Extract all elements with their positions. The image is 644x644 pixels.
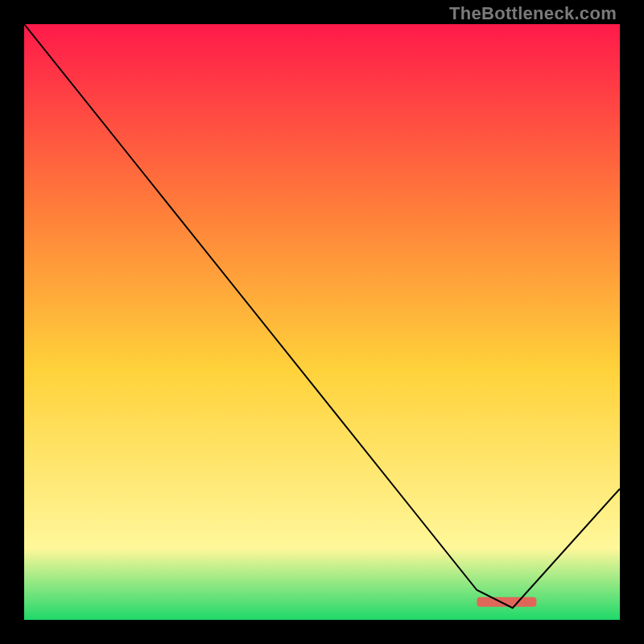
watermark-text: TheBottleneck.com: [449, 3, 617, 24]
gradient-background: [24, 24, 620, 620]
chart-container: TheBottleneck.com: [0, 0, 644, 644]
chart-svg: [24, 24, 620, 620]
plot-area: [24, 24, 620, 620]
